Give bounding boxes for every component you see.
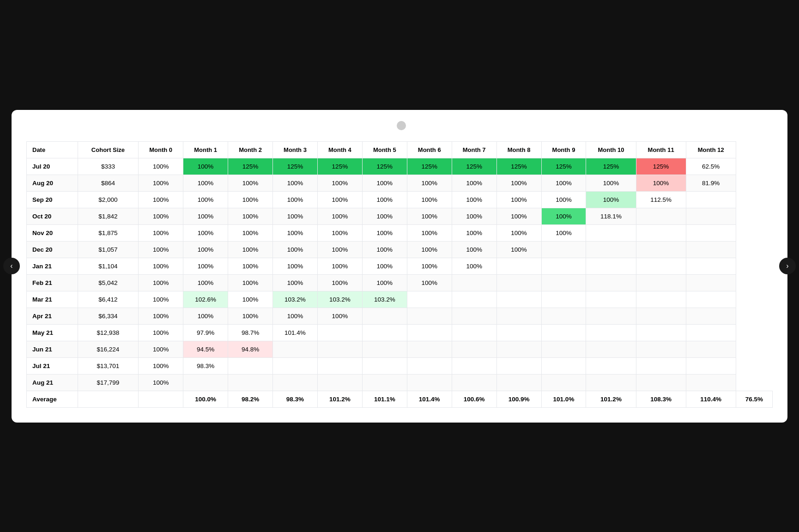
cell-r3-c7: 100% [362, 208, 407, 224]
cell-r4-c3: 100% [183, 224, 228, 241]
cell-r6-c7: 100% [362, 258, 407, 274]
cell-r8-c11 [541, 291, 586, 308]
cell-r11-c1: $16,224 [78, 341, 139, 357]
header-col-7: Month 5 [362, 141, 407, 158]
cell-r7-c2: 100% [139, 274, 183, 291]
cell-r8-c4: 100% [228, 291, 273, 308]
cell-r8-c13 [636, 291, 686, 308]
header-row: DateCohort SizeMonth 0Month 1Month 2Mont… [27, 141, 773, 158]
cell-r10-c6 [317, 324, 362, 341]
cell-r12-c13 [636, 357, 686, 374]
avg-cell-9: 100.6% [452, 391, 496, 407]
cell-r9-c9 [452, 308, 496, 324]
cell-r3-c4: 100% [228, 208, 273, 224]
cell-r1-c1: $864 [78, 175, 139, 191]
cell-r5-c1: $1,057 [78, 241, 139, 258]
cell-r2-c0: Sep 20 [27, 191, 78, 208]
table-row: Jan 21$1,104100%100%100%100%100%100%100%… [27, 258, 773, 274]
cell-r4-c4: 100% [228, 224, 273, 241]
cell-r0-c6: 125% [317, 158, 362, 175]
cell-r3-c8: 100% [407, 208, 452, 224]
cell-r1-c11: 100% [541, 175, 586, 191]
cell-r9-c2: 100% [139, 308, 183, 324]
cell-r13-c9 [452, 374, 496, 391]
cell-r13-c10 [496, 374, 541, 391]
cell-r11-c5 [273, 341, 318, 357]
cell-r8-c6: 103.2% [317, 291, 362, 308]
cell-r3-c13 [636, 208, 686, 224]
cell-r1-c0: Aug 20 [27, 175, 78, 191]
table-row: Aug 20$864100%100%100%100%100%100%100%10… [27, 175, 773, 191]
cell-r0-c11: 125% [541, 158, 586, 175]
cell-r13-c12 [586, 374, 636, 391]
cell-r4-c6: 100% [317, 224, 362, 241]
cell-r3-c11: 100% [541, 208, 586, 224]
cell-r9-c11 [541, 308, 586, 324]
cell-r4-c13 [636, 224, 686, 241]
cell-r9-c6: 100% [317, 308, 362, 324]
cell-r13-c14 [686, 374, 736, 391]
cell-r13-c5 [273, 374, 318, 391]
cell-r5-c7: 100% [362, 241, 407, 258]
next-button[interactable]: › [779, 258, 796, 274]
cell-r11-c6 [317, 341, 362, 357]
cell-r6-c11 [541, 258, 586, 274]
table-row: Jul 20$333100%100%125%125%125%125%125%12… [27, 158, 773, 175]
cell-r6-c6: 100% [317, 258, 362, 274]
cell-r5-c3: 100% [183, 241, 228, 258]
cell-r12-c1: $13,701 [78, 357, 139, 374]
cell-r10-c7 [362, 324, 407, 341]
cell-r5-c6: 100% [317, 241, 362, 258]
cell-r10-c13 [636, 324, 686, 341]
cell-r6-c13 [636, 258, 686, 274]
cell-r4-c5: 100% [273, 224, 318, 241]
cell-r7-c7: 100% [362, 274, 407, 291]
cell-r12-c5 [273, 357, 318, 374]
cell-r11-c13 [636, 341, 686, 357]
avg-cell-14: 110.4% [686, 391, 736, 407]
cell-r8-c2: 100% [139, 291, 183, 308]
cohort-table: DateCohort SizeMonth 0Month 1Month 2Mont… [26, 141, 773, 408]
table-row: Jun 21$16,224100%94.5%94.8% [27, 341, 773, 357]
avg-cell-5: 98.3% [273, 391, 318, 407]
cell-r1-c12: 100% [586, 175, 636, 191]
cell-r2-c1: $2,000 [78, 191, 139, 208]
cell-r10-c0: May 21 [27, 324, 78, 341]
header-col-4: Month 2 [228, 141, 273, 158]
cell-r11-c0: Jun 21 [27, 341, 78, 357]
cell-r0-c12: 125% [586, 158, 636, 175]
cell-r7-c3: 100% [183, 274, 228, 291]
cell-r5-c14 [686, 241, 736, 258]
cell-r6-c5: 100% [273, 258, 318, 274]
cell-r9-c3: 100% [183, 308, 228, 324]
cell-r0-c9: 125% [452, 158, 496, 175]
cell-r3-c14 [686, 208, 736, 224]
table-row: May 21$12,938100%97.9%98.7%101.4% [27, 324, 773, 341]
table-row: Nov 20$1,875100%100%100%100%100%100%100%… [27, 224, 773, 241]
cell-r4-c1: $1,875 [78, 224, 139, 241]
cell-r2-c10: 100% [496, 191, 541, 208]
header-col-8: Month 6 [407, 141, 452, 158]
cell-r1-c13: 100% [636, 175, 686, 191]
cell-r1-c2: 100% [139, 175, 183, 191]
table-row: Sep 20$2,000100%100%100%100%100%100%100%… [27, 191, 773, 208]
cell-r2-c8: 100% [407, 191, 452, 208]
help-icon[interactable] [397, 121, 406, 130]
table-row: Feb 21$5,042100%100%100%100%100%100%100% [27, 274, 773, 291]
cell-r9-c5: 100% [273, 308, 318, 324]
cell-r11-c12 [586, 341, 636, 357]
cell-r3-c10: 100% [496, 208, 541, 224]
cell-r1-c10: 100% [496, 175, 541, 191]
header-col-5: Month 3 [273, 141, 318, 158]
cell-r0-c13: 125% [636, 158, 686, 175]
header-col-6: Month 4 [317, 141, 362, 158]
cell-r12-c8 [407, 357, 452, 374]
avg-cell-4: 98.2% [228, 391, 273, 407]
avg-cell-0: Average [27, 391, 78, 407]
cell-r6-c4: 100% [228, 258, 273, 274]
prev-button[interactable]: ‹ [3, 258, 20, 274]
cell-r2-c12: 100% [586, 191, 636, 208]
cell-r7-c12 [586, 274, 636, 291]
table-row: Mar 21$6,412100%102.6%100%103.2%103.2%10… [27, 291, 773, 308]
table-row: Apr 21$6,334100%100%100%100%100% [27, 308, 773, 324]
